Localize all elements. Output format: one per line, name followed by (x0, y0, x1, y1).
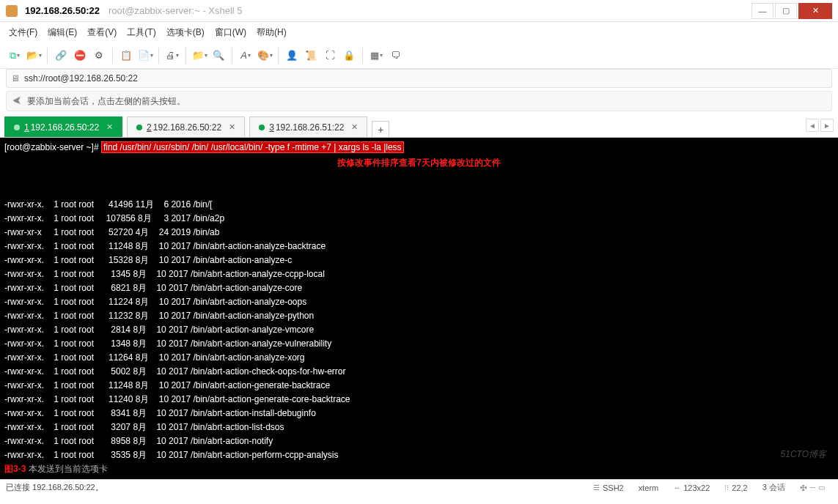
ssh-lock-icon: 🖥 (11, 73, 20, 84)
session-tab-1[interactable]: 1 192.168.26.50:22✕ (4, 116, 122, 137)
search-icon[interactable]: 🔍 (211, 48, 226, 63)
shell-command: find /usr/bin/ /usr/sbin/ /bin/ /usr/loc… (101, 141, 404, 153)
tab-add-button[interactable]: + (372, 121, 389, 137)
menu-help[interactable]: 帮助(H) (257, 26, 287, 39)
session-tab-3[interactable]: 3 192.168.26.51:22✕ (249, 116, 367, 137)
status-connection: 已连接 192.168.26.50:22。 (6, 482, 103, 493)
disconnect-icon[interactable]: ⛔ (73, 48, 87, 63)
shell-prompt: [root@zabbix-server ~]# (4, 142, 101, 152)
connection-status-dot (14, 125, 20, 130)
reconnect-icon[interactable]: 🔗 (54, 48, 68, 63)
minimize-button[interactable]: — (751, 3, 773, 19)
ssh-icon: ☰ (593, 483, 600, 492)
lock-icon[interactable]: 🔒 (342, 48, 356, 63)
window-title-primary: 192.168.26.50:22 (25, 5, 100, 16)
paste-icon[interactable]: 📄▾ (138, 48, 152, 63)
broadcast-icon[interactable]: 🗨 (388, 48, 403, 63)
user-icon[interactable]: 👤 (284, 48, 299, 63)
window-title-secondary: root@zabbix-server:~ - Xshell 5 (109, 5, 243, 16)
status-pos: 22,2 (732, 483, 747, 492)
close-button[interactable]: ✕ (798, 3, 832, 19)
status-sessions: 3 会话 (762, 482, 785, 493)
window-titlebar: 192.168.26.50:22 root@zabbix-server:~ - … (0, 0, 838, 22)
session-tab-2[interactable]: 2 192.168.26.50:22✕ (127, 116, 245, 137)
menu-edit[interactable]: 编辑(E) (48, 26, 77, 39)
menu-file[interactable]: 文件(F) (9, 26, 37, 39)
tab-nav-left[interactable]: ◄ (806, 119, 819, 132)
font-icon[interactable]: A▾ (238, 48, 253, 63)
address-bar[interactable]: 🖥 ssh://root@192.168.26.50:22 (6, 69, 832, 88)
status-ssh: SSH2 (603, 483, 624, 492)
open-session-icon[interactable]: 📂▾ (26, 48, 41, 63)
new-session-icon[interactable]: ⧉▾ (7, 48, 22, 63)
status-bar: 已连接 192.168.26.50:22。 ☰SSH2 xterm ↔123x2… (0, 479, 838, 495)
arrow-left-icon[interactable]: ⮜ (12, 96, 21, 106)
pos-icon: ⁝⁝ (724, 483, 729, 492)
sftp-icon[interactable]: 📁▾ (192, 48, 207, 63)
menu-tab[interactable]: 选项卡(B) (166, 26, 205, 39)
terminal-output[interactable]: [root@zabbix-server ~]# find /usr/bin/ /… (0, 138, 838, 479)
tab-close-icon[interactable]: ✕ (351, 122, 358, 132)
status-size: 123x22 (683, 483, 710, 492)
status-term: xterm (639, 483, 659, 492)
address-bar-text: ssh://root@192.168.26.50:22 (24, 73, 138, 84)
properties-icon[interactable]: ⚙ (92, 48, 106, 63)
annotation-text: 按修改事件排序查看7天内被修改过的文件 (4, 155, 834, 170)
info-bar: ⮜ 要添加当前会话，点击左侧的箭头按钮。 (6, 91, 832, 111)
toolbar: ⧉▾ 📂▾ 🔗 ⛔ ⚙ 📋 📄▾ 🖨▾ 📁▾ 🔍 A▾ 🎨▾ 👤 📜 ⛶ 🔒 ▦… (0, 42, 838, 69)
layout-icon[interactable]: ▦▾ (369, 48, 383, 63)
menu-window[interactable]: 窗口(W) (215, 26, 246, 39)
print-icon[interactable]: 🖨▾ (165, 48, 180, 63)
tab-nav-right[interactable]: ► (820, 119, 834, 132)
session-tab-bar: 1 192.168.26.50:22✕2 192.168.26.50:22✕3 … (0, 116, 838, 138)
trailing-icons: ⧾ ─ ▭ (800, 483, 825, 492)
terminal-bottom-line: 图3-3本发送到当前选项卡 (4, 462, 108, 476)
watermark: 51CTO博客 (781, 448, 826, 462)
script-icon[interactable]: 📜 (304, 48, 318, 63)
figure-label: 图3-3 (4, 464, 26, 474)
size-icon: ↔ (673, 483, 680, 492)
connection-status-dot (136, 125, 142, 130)
app-icon (6, 5, 18, 17)
maximize-button[interactable]: ▢ (775, 3, 797, 19)
tab-close-icon[interactable]: ✕ (229, 122, 235, 132)
color-icon[interactable]: 🎨▾ (257, 48, 272, 63)
menubar: 文件(F) 编辑(E) 查看(V) 工具(T) 选项卡(B) 窗口(W) 帮助(… (0, 22, 838, 42)
fullscreen-icon[interactable]: ⛶ (323, 48, 337, 63)
copy-icon[interactable]: 📋 (119, 48, 133, 63)
menu-tools[interactable]: 工具(T) (127, 26, 155, 39)
connection-status-dot (259, 125, 265, 130)
tab-close-icon[interactable]: ✕ (106, 122, 113, 132)
info-bar-text: 要添加当前会话，点击左侧的箭头按钮。 (27, 95, 185, 108)
menu-view[interactable]: 查看(V) (87, 26, 117, 39)
